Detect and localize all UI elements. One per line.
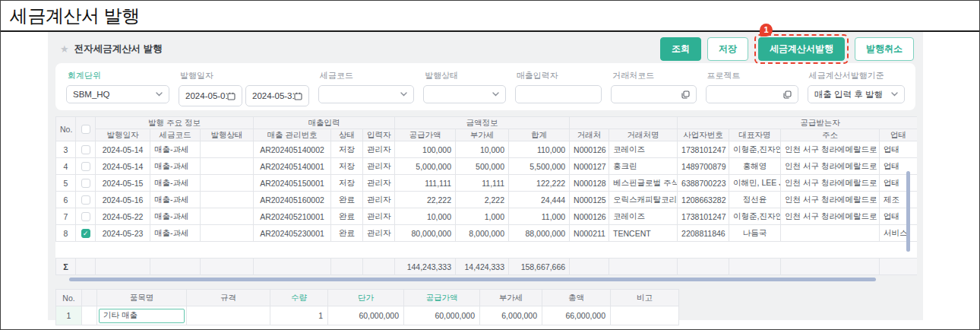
issue-state-select[interactable] xyxy=(423,85,505,103)
sum-supply: 144,243,333 xyxy=(395,259,456,275)
date-to-input[interactable]: 2024-05-31 xyxy=(245,85,309,106)
cell-mgmt[interactable]: AR202405210001 xyxy=(254,208,331,225)
favorite-star-icon[interactable]: ★ xyxy=(60,43,69,55)
cell-state: 완료 xyxy=(331,225,363,242)
row-checkbox[interactable]: ✓ xyxy=(81,229,90,238)
cell-mgmt[interactable]: AR202405140001 xyxy=(254,158,331,175)
sigma-icon: Σ xyxy=(63,262,68,271)
cell-mgmt[interactable]: AR202405140002 xyxy=(254,141,331,158)
tax-code-select[interactable] xyxy=(318,85,414,103)
cell-total: 5,500,000 xyxy=(509,158,570,175)
step-badge: 1 xyxy=(760,24,773,36)
filter-client-code: 거래처코드 xyxy=(611,69,696,103)
cancel-issue-button[interactable]: 발행취소 xyxy=(855,37,914,61)
copy-lookup-icon[interactable] xyxy=(681,90,690,99)
cell-biz_type: 업태 xyxy=(880,158,917,175)
group-amount-info: 금액정보 xyxy=(395,117,570,129)
calendar-icon[interactable] xyxy=(227,92,236,100)
cell-tax: 매출-과세 xyxy=(150,158,201,175)
table-row[interactable]: 8✓2024-05-23매출-과세AR202405230001완료관리자80,0… xyxy=(56,225,918,242)
cell-checked xyxy=(76,208,96,225)
item-name-editor[interactable]: 기타 매출 xyxy=(99,309,185,323)
cell-client_name: 오릭스캐피탈코리아(주) xyxy=(609,192,678,208)
col-issue-state: 발행상태 xyxy=(201,129,254,141)
issue-invoice-button[interactable]: 세금계산서발행 xyxy=(758,37,845,61)
item-row[interactable]: 1기타 매출160,000,00060,000,0006,000,00066,0… xyxy=(56,306,679,325)
row-checkbox[interactable] xyxy=(81,162,90,171)
cell-client_name: TENCENT xyxy=(609,225,678,242)
cell-state: 저장 xyxy=(331,141,363,158)
select-all-checkbox[interactable] xyxy=(81,125,90,134)
date-value: 2024-05-31 xyxy=(252,91,294,100)
filter-label: 세금계산서발행기준 xyxy=(809,70,905,81)
table-row[interactable]: 32024-05-14매출-과세AR202405140002저장관리자100,0… xyxy=(56,141,918,158)
cell-date: 2024-05-22 xyxy=(96,208,150,225)
cell-no: 4 xyxy=(56,158,76,175)
cell-addr: 인천 서구 청라에메랄드로 30 (청라동, 청… xyxy=(781,158,880,175)
row-checkbox[interactable] xyxy=(81,212,90,221)
cell-no: 7 xyxy=(56,208,76,225)
sum-row: Σ 144,243,333 14,424,333 158,667,666 xyxy=(56,259,918,275)
cell-client_name: 베스핀글로벌 주식회사 xyxy=(609,175,678,192)
cell-client: N000128 xyxy=(570,175,609,192)
cell-biz_type: 서비스 xyxy=(880,225,917,242)
filter-issue-state: 발행상태 xyxy=(423,69,505,103)
row-checkbox[interactable] xyxy=(81,179,90,188)
item-cell-name[interactable]: 기타 매출 xyxy=(97,306,187,325)
sum-total: 158,667,666 xyxy=(509,259,570,275)
table-row[interactable]: 62024-05-16매출-과세AR202405160002완료관리자22,22… xyxy=(56,192,918,208)
cell-mgmt[interactable]: AR202405160002 xyxy=(254,192,331,208)
col-sales-mgmt-no: 매출 관리번호 xyxy=(254,129,331,141)
filter-label: 프로젝트 xyxy=(707,70,798,81)
horizontal-scrollbar[interactable] xyxy=(69,278,876,281)
cell-tax: 매출-과세 xyxy=(150,225,201,242)
calendar-icon[interactable] xyxy=(294,92,302,100)
col-tax-code: 세금코드 xyxy=(150,129,201,141)
sales-inputter-input[interactable] xyxy=(515,85,602,103)
col-select-all xyxy=(76,117,96,141)
copy-lookup-icon[interactable] xyxy=(783,90,792,99)
cell-user: 관리자 xyxy=(363,192,395,208)
vertical-scrollbar[interactable] xyxy=(906,171,910,252)
cell-addr: 인천 서구 청라에메랄드로 30 (청라동, 청… xyxy=(781,192,880,208)
chevron-down-icon xyxy=(891,92,898,97)
date-from-input[interactable]: 2024-05-01 xyxy=(179,85,242,106)
select-value: SBM_HQ xyxy=(73,90,156,99)
cell-biz_type: 업태 xyxy=(880,141,917,158)
table-row[interactable]: 52024-05-15매출-과세AR202405150001저장관리자111,1… xyxy=(56,175,918,192)
cell-biz_type: 제조 xyxy=(880,192,917,208)
row-checkbox[interactable] xyxy=(81,195,90,205)
row-checkbox[interactable] xyxy=(81,145,90,154)
account-unit-select[interactable]: SBM_HQ xyxy=(66,85,169,103)
project-input[interactable] xyxy=(706,85,798,103)
col-vat: 부가세 xyxy=(456,129,509,141)
cell-biz_no: 6388700223 xyxy=(678,175,729,192)
cell-biz_type: 업태 xyxy=(880,175,917,192)
save-button[interactable]: 저장 xyxy=(707,37,748,61)
date-value: 2024-05-01 xyxy=(185,91,227,100)
filter-bar: 회계단위 SBM_HQ 발행일자 2024-05-01 xyxy=(55,63,915,110)
cell-total: 88,000,000 xyxy=(509,225,570,242)
issue-basis-select[interactable]: 매출 입력 후 발행 xyxy=(808,85,905,103)
cell-mgmt[interactable]: AR202405150001 xyxy=(254,175,331,192)
cell-state: 완료 xyxy=(331,208,363,225)
cell-ceo: 홍해영 xyxy=(729,158,781,175)
cell-no: 3 xyxy=(56,141,76,158)
cell-issue xyxy=(201,175,254,192)
cell-issue xyxy=(201,141,254,158)
cell-user: 관리자 xyxy=(363,225,395,242)
cell-client: N000126 xyxy=(570,141,609,158)
table-row[interactable]: 72024-05-22매출-과세AR202405210001완료관리자10,00… xyxy=(56,208,918,225)
cell-issue xyxy=(201,192,254,208)
items-header-row: No. 품목명 규격 수량 단가 공급가액 부가세 총액 비고 xyxy=(56,290,679,306)
search-button[interactable]: 조회 xyxy=(660,37,701,61)
client-code-input[interactable] xyxy=(611,85,696,103)
col-no: No. xyxy=(56,117,76,141)
chevron-down-icon xyxy=(156,92,163,97)
cell-mgmt[interactable]: AR202405230001 xyxy=(254,225,331,242)
cell-supply: 80,000,000 xyxy=(395,225,456,242)
cell-checked: ✓ xyxy=(76,225,96,242)
cell-addr: 인천 서구 청라에메랄드로 30 (청라동, 청… xyxy=(781,141,880,158)
table-row[interactable]: 42024-05-14매출-과세AR202405140001저장관리자5,000… xyxy=(56,158,918,175)
filter-label: 거래처코드 xyxy=(612,70,696,81)
